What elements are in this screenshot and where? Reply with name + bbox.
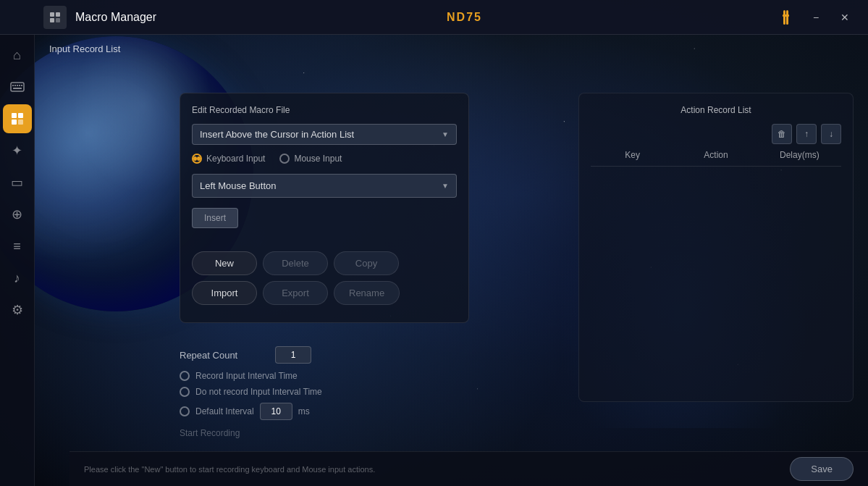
app-logo: [43, 6, 67, 29]
sidebar-item-home[interactable]: ⌂: [3, 41, 32, 70]
svg-rect-16: [12, 120, 17, 125]
titlebar-left: Macro Manager: [0, 6, 156, 29]
titlebar-right: − ✕: [772, 4, 868, 30]
edit-macro-title: Edit Recorded Macro File: [192, 105, 457, 115]
repeat-count-label: Repeat Count: [180, 350, 266, 361]
delete-button[interactable]: Delete: [263, 251, 328, 275]
svg-rect-10: [17, 85, 18, 86]
input-type-radios: Keyboard Input Mouse Input: [192, 154, 457, 164]
no-record-interval-radio: [180, 387, 190, 397]
svg-rect-17: [18, 120, 23, 125]
save-button[interactable]: Save: [790, 457, 854, 481]
action-panel-title: Action Record List: [591, 105, 841, 115]
repeat-count-row: Repeat Count: [180, 346, 455, 364]
interval-value-input[interactable]: [260, 403, 292, 420]
record-interval-option[interactable]: Record Input Interval Time: [180, 371, 455, 381]
record-interval-label: Record Input Interval Time: [195, 371, 298, 381]
action-list-area: [591, 172, 841, 390]
no-record-interval-option[interactable]: Do not record Input Interval Time: [180, 387, 455, 397]
sidebar-item-lighting[interactable]: ✦: [3, 136, 32, 165]
col-delay: Delay(ms): [758, 150, 841, 160]
sidebar-item-keyboard[interactable]: [3, 72, 32, 101]
col-action: Action: [674, 150, 757, 160]
svg-rect-2: [50, 18, 54, 22]
new-button[interactable]: New: [192, 251, 257, 275]
tools-icon[interactable]: [772, 4, 799, 30]
svg-rect-13: [13, 88, 22, 89]
svg-rect-5: [786, 10, 788, 25]
default-interval-row: Default Interval ms: [180, 403, 455, 420]
mouse-radio-label: Mouse Input: [294, 154, 342, 164]
rename-button[interactable]: Rename: [334, 281, 400, 305]
left-panel: Edit Recorded Macro File Insert Above th…: [180, 93, 469, 323]
keyboard-radio-label: Keyboard Input: [206, 154, 265, 164]
sidebar-item-network[interactable]: ⊕: [3, 200, 32, 229]
svg-rect-9: [14, 85, 16, 86]
default-interval-radio[interactable]: [180, 406, 190, 416]
sidebar: ⌂ ✦ ▭ ⊕ ≡ ♪ ⚙: [0, 35, 35, 486]
insert-dropdown-arrow: ▼: [442, 130, 449, 138]
mouse-button-dropdown[interactable]: Left Mouse Button ▼: [192, 174, 457, 198]
svg-rect-1: [56, 12, 60, 17]
svg-rect-11: [19, 85, 20, 86]
default-interval-label: Default Interval: [195, 406, 254, 416]
device-name: ND75: [156, 11, 772, 24]
repeat-section: Repeat Count Record Input Interval Time …: [180, 346, 455, 444]
app-title: Macro Manager: [75, 11, 156, 24]
bottom-bar: Please click the "New" button to start r…: [69, 451, 868, 486]
insert-button[interactable]: Insert: [192, 208, 238, 228]
move-up-button[interactable]: ↑: [796, 124, 817, 144]
keyboard-radio-circle: [192, 154, 202, 164]
mouse-dropdown-arrow: ▼: [442, 182, 449, 190]
insert-dropdown-row: Insert Above the Cursor in Action List ▼: [192, 124, 457, 145]
record-interval-radio: [180, 371, 190, 381]
action-columns: Key Action Delay(ms): [591, 150, 841, 167]
no-record-interval-label: Do not record Input Interval Time: [195, 387, 322, 397]
svg-rect-15: [18, 113, 23, 118]
col-key: Key: [591, 150, 674, 160]
bottom-hint: Please click the "New" button to start r…: [84, 465, 375, 474]
copy-button[interactable]: Copy: [334, 251, 399, 275]
svg-rect-6: [783, 14, 789, 17]
svg-rect-0: [50, 12, 54, 17]
ms-label: ms: [298, 406, 310, 416]
svg-rect-8: [12, 85, 14, 86]
mouse-dropdown-value: Left Mouse Button: [200, 180, 277, 191]
insert-dropdown-value: Insert Above the Cursor in Action List: [200, 129, 354, 140]
close-button[interactable]: ✕: [833, 6, 856, 29]
mouse-radio[interactable]: Mouse Input: [279, 154, 342, 164]
svg-rect-4: [783, 10, 785, 25]
delete-action-button[interactable]: 🗑: [772, 124, 792, 144]
import-button[interactable]: Import: [192, 281, 257, 305]
svg-rect-7: [11, 83, 24, 91]
sidebar-item-settings[interactable]: ⚙: [3, 296, 32, 324]
keyboard-radio[interactable]: Keyboard Input: [192, 154, 265, 164]
sidebar-item-display[interactable]: ▭: [3, 168, 32, 197]
input-record-list-label: Input Record List: [49, 43, 120, 54]
start-recording-button[interactable]: Start Recording: [180, 428, 240, 438]
repeat-count-input[interactable]: [275, 346, 311, 364]
mouse-radio-circle: [279, 154, 290, 164]
action-panel: Action Record List 🗑 ↑ ↓ Key Action Dela…: [578, 93, 854, 402]
svg-rect-14: [12, 113, 17, 118]
svg-rect-12: [21, 85, 22, 86]
svg-rect-3: [56, 18, 60, 22]
button-row-1: New Delete Copy: [192, 251, 457, 275]
sidebar-item-music[interactable]: ♪: [3, 264, 32, 293]
titlebar: Macro Manager ND75 − ✕: [0, 0, 868, 35]
move-down-button[interactable]: ↓: [821, 124, 841, 144]
insert-position-dropdown[interactable]: Insert Above the Cursor in Action List ▼: [192, 124, 457, 145]
export-button[interactable]: Export: [263, 281, 328, 305]
sidebar-item-macro[interactable]: [3, 104, 32, 133]
main-area: Input Record List Edit Recorded Macro Fi…: [35, 35, 868, 486]
sidebar-item-equalizer[interactable]: ≡: [3, 232, 32, 261]
button-row-2: Import Export Rename: [192, 281, 457, 305]
action-toolbar: 🗑 ↑ ↓: [591, 124, 841, 144]
minimize-button[interactable]: −: [804, 6, 827, 29]
